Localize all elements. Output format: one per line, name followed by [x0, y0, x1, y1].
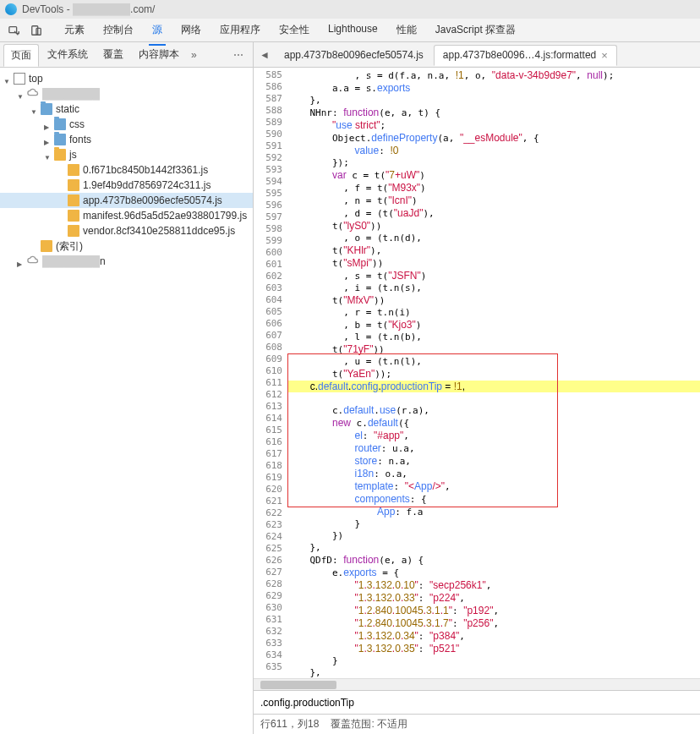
sources-sidebar: 页面文件系统覆盖内容脚本 » ⋯ top████████staticcssfon… [0, 42, 254, 734]
search-bar [254, 690, 700, 714]
cloud-icon [27, 255, 39, 267]
tree-row[interactable]: (索引) [0, 238, 253, 254]
coverage-status: 覆盖范围: 不适用 [331, 717, 407, 731]
search-input[interactable] [259, 695, 695, 710]
panel-tab-5[interactable]: 安全性 [271, 19, 318, 41]
tree-expand-icon [57, 196, 66, 205]
tree-row[interactable]: top [0, 71, 253, 86]
sidebar-tab-0[interactable]: 页面 [3, 44, 39, 67]
tree-row[interactable]: static [0, 101, 253, 117]
tree-row[interactable]: 0.f671bc8450b1442f3361.js [0, 162, 253, 178]
tree-label: 1.9ef4b9dd78569724c311.js [83, 179, 211, 191]
panel-tabs: 元素控制台源网络应用程序安全性Lighthouse性能JavaScript 探查… [56, 19, 524, 41]
tree-label: fonts [69, 134, 91, 145]
tree-label: app.4737b8e0096ecfe50574.js [83, 194, 222, 206]
status-bar: 行611，列18 覆盖范围: 不适用 [254, 714, 700, 734]
panel-tab-1[interactable]: 控制台 [95, 19, 142, 41]
device-toggle-icon[interactable] [27, 21, 46, 40]
cloud-icon [27, 88, 39, 100]
jsfile-icon [68, 210, 79, 222]
tree-label: (索引) [56, 239, 83, 254]
panel-tab-7[interactable]: 性能 [388, 19, 425, 41]
tree-row[interactable]: ████████n [0, 254, 253, 269]
editor-nav-left-icon[interactable]: ◄ [257, 47, 272, 63]
window-title: DevTools - ████████.com/ [22, 3, 155, 15]
tree-label: vendor.8cf3410e258811ddce95.js [83, 225, 235, 237]
tree-expand-icon [57, 166, 66, 174]
editor-tab-1[interactable]: app.4737b8e0096…4.js:formatted× [434, 45, 617, 66]
folder-icon [54, 118, 66, 130]
tree-row[interactable]: app.4737b8e0096ecfe50574.js [0, 193, 253, 208]
tree-expand-icon [57, 211, 66, 220]
sidebar-overflow-icon[interactable]: ⋯ [228, 46, 249, 64]
panel-tab-8[interactable]: JavaScript 探查器 [427, 19, 524, 41]
sidebar-tab-2[interactable]: 覆盖 [96, 44, 130, 66]
sidebar-tab-1[interactable]: 文件系统 [41, 44, 95, 66]
line-gutter: 5855865875885895905915925935945955965975… [254, 68, 287, 678]
panel-tab-0[interactable]: 元素 [56, 19, 93, 41]
tree-label: js [69, 149, 77, 161]
sidebar-tabs: 页面文件系统覆盖内容脚本 » ⋯ [0, 42, 253, 68]
tree-label: ████████n [42, 255, 106, 267]
close-icon[interactable]: × [601, 49, 608, 62]
editor-tab-0[interactable]: app.4737b8e0096ecfe50574.js [276, 45, 432, 65]
tree-expand-icon[interactable] [3, 74, 12, 83]
tree-expand-icon [57, 227, 66, 235]
panel-tab-4[interactable]: 应用程序 [211, 19, 269, 41]
folder-yellow-icon [54, 149, 66, 161]
tree-label: static [56, 103, 79, 115]
folder-icon [54, 134, 66, 145]
sidebar-tab-3[interactable]: 内容脚本 [132, 44, 186, 66]
tree-row[interactable]: js [0, 147, 253, 162]
svg-rect-2 [36, 28, 41, 35]
jsfile-icon [68, 164, 79, 176]
title-bar: DevTools - ████████.com/ [0, 0, 700, 19]
jsfile-icon [41, 240, 52, 252]
folder-icon [41, 103, 52, 115]
tree-expand-icon [57, 181, 66, 189]
jsfile-icon [68, 179, 79, 191]
tree-label: css [69, 118, 85, 130]
sidebar-more-chevron[interactable]: » [188, 46, 200, 64]
jsfile-icon [68, 194, 79, 206]
tree-row[interactable]: css [0, 117, 253, 132]
horizontal-scrollbar[interactable] [254, 678, 700, 690]
panel-tab-6[interactable]: Lighthouse [320, 19, 386, 41]
tree-row[interactable]: ████████ [0, 86, 253, 101]
tree-label: top [29, 73, 43, 85]
cursor-position: 行611，列18 [260, 717, 319, 731]
tree-row[interactable]: manifest.96d5a5d52ae938801799.js [0, 208, 253, 223]
editor-tabs: ◄ app.4737b8e0096ecfe50574.jsapp.4737b8e… [254, 42, 700, 68]
tree-expand-icon[interactable] [30, 105, 39, 113]
tree-label: 0.f671bc8450b1442f3361.js [83, 164, 208, 176]
tree-expand-icon[interactable] [44, 151, 52, 159]
panel-tab-3[interactable]: 网络 [172, 19, 210, 41]
edge-icon [5, 3, 17, 15]
tree-label: manifest.96d5a5d52ae938801799.js [83, 210, 247, 222]
editor-pane: ◄ app.4737b8e0096ecfe50574.jsapp.4737b8e… [254, 42, 700, 734]
svg-rect-1 [32, 25, 38, 35]
tree-row[interactable]: vendor.8cf3410e258811ddce95.js [0, 223, 253, 238]
main-toolbar: 元素控制台源网络应用程序安全性Lighthouse性能JavaScript 探查… [0, 19, 700, 42]
tree-expand-icon[interactable] [17, 90, 25, 98]
tree-expand-icon[interactable] [44, 135, 52, 144]
file-tree[interactable]: top████████staticcssfontsjs0.f671bc8450b… [0, 68, 253, 734]
tree-expand-icon[interactable] [44, 120, 52, 129]
code-area[interactable]: , s = d(f.a, n.a, !1, o, "data-v-34b9d9e… [287, 68, 700, 678]
tree-expand-icon[interactable] [17, 257, 25, 266]
tree-row[interactable]: 1.9ef4b9dd78569724c311.js [0, 178, 253, 193]
panel-tab-2[interactable]: 源 [144, 19, 171, 41]
tree-row[interactable]: fonts [0, 132, 253, 147]
frame-icon [14, 73, 25, 85]
inspect-element-icon[interactable] [5, 21, 24, 40]
tree-expand-icon [30, 242, 39, 250]
tree-label: ████████ [42, 88, 100, 100]
jsfile-icon [68, 225, 79, 237]
